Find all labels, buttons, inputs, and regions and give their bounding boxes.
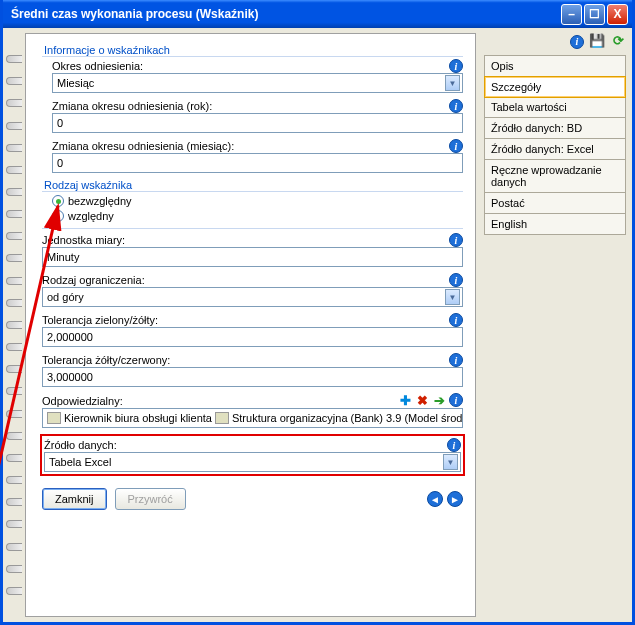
info-icon[interactable]: i bbox=[449, 313, 463, 327]
tolerance-yr-label: Tolerancja żółty/czerwony: bbox=[42, 354, 449, 366]
right-panel: i 💾 ⟳ Opis Szczegóły Tabela wartości Źró… bbox=[478, 28, 632, 622]
tab-zrodlo-bd[interactable]: Źródło danych: BD bbox=[485, 118, 625, 139]
nav-prev-button[interactable]: ◄ bbox=[427, 491, 443, 507]
tab-zrodlo-excel[interactable]: Źródło danych: Excel bbox=[485, 139, 625, 160]
constraint-label: Rodzaj ograniczenia: bbox=[42, 274, 449, 286]
radio-icon bbox=[52, 210, 64, 222]
highlight-annotation: Źródło danych: i Tabela Excel ▼ bbox=[40, 434, 465, 476]
offset-year-label: Zmiana okresu odniesienia (rok): bbox=[52, 100, 449, 112]
org-icon bbox=[215, 412, 229, 424]
constraint-select[interactable]: od góry ▼ bbox=[42, 287, 463, 307]
chevron-down-icon: ▼ bbox=[443, 454, 458, 470]
info-icon[interactable]: i bbox=[449, 99, 463, 113]
offset-month-label: Zmiana okresu odniesienia (miesiąc): bbox=[52, 140, 449, 152]
ref-period-select[interactable]: Miesiąc ▼ bbox=[52, 73, 463, 93]
data-source-label: Źródło danych: bbox=[44, 439, 447, 451]
info-icon[interactable]: i bbox=[447, 438, 461, 452]
right-tabs: Opis Szczegóły Tabela wartości Źródło da… bbox=[484, 55, 626, 235]
data-source-select[interactable]: Tabela Excel ▼ bbox=[44, 452, 461, 472]
radio-icon bbox=[52, 195, 64, 207]
info-icon[interactable]: i bbox=[449, 59, 463, 73]
tab-opis[interactable]: Opis bbox=[485, 56, 625, 77]
offset-month-input[interactable]: 0 bbox=[52, 153, 463, 173]
window-title: Średni czas wykonania procesu (Wskaźnik) bbox=[11, 7, 559, 21]
window-maximize-button[interactable]: ☐ bbox=[584, 4, 605, 25]
add-icon[interactable]: ✚ bbox=[398, 393, 413, 408]
info-icon[interactable]: i bbox=[449, 353, 463, 367]
ref-period-label: Okres odniesienia: bbox=[52, 60, 449, 72]
tolerance-gy-label: Tolerancja zielony/żółty: bbox=[42, 314, 449, 326]
goto-icon[interactable]: ➔ bbox=[432, 393, 447, 408]
titlebar: Średni czas wykonania procesu (Wskaźnik)… bbox=[3, 0, 632, 28]
chevron-down-icon: ▼ bbox=[445, 289, 460, 305]
tab-postac[interactable]: Postać bbox=[485, 193, 625, 214]
info-icon[interactable]: i bbox=[449, 139, 463, 153]
offset-year-input[interactable]: 0 bbox=[52, 113, 463, 133]
unit-input[interactable]: Minuty bbox=[42, 247, 463, 267]
tab-szczegoly[interactable]: Szczegóły bbox=[484, 76, 626, 98]
responsible-value[interactable]: Kierownik biura obsługi klienta Struktur… bbox=[42, 408, 463, 428]
save-icon[interactable]: 💾 bbox=[590, 33, 605, 48]
section-info-label: Informacje o wskaźnikach bbox=[42, 44, 463, 57]
window-close-button[interactable]: X bbox=[607, 4, 628, 25]
tab-english[interactable]: English bbox=[485, 214, 625, 234]
tolerance-gy-input[interactable]: 2,000000 bbox=[42, 327, 463, 347]
radio-absolute[interactable]: bezwzględny bbox=[42, 195, 463, 207]
unit-label: Jednostka miary: bbox=[42, 234, 449, 246]
radio-relative[interactable]: względny bbox=[42, 210, 463, 222]
responsible-label: Odpowiedzialny: bbox=[42, 395, 398, 407]
info-icon[interactable]: i bbox=[449, 233, 463, 247]
main-form: Informacje o wskaźnikach Okres odniesien… bbox=[25, 33, 476, 617]
info-icon[interactable]: i bbox=[570, 35, 584, 49]
tab-reczne-wprowadzanie[interactable]: Ręczne wprowadzanie danych bbox=[485, 160, 625, 193]
section-type-label: Rodzaj wskaźnika bbox=[42, 179, 463, 192]
person-icon bbox=[47, 412, 61, 424]
chevron-down-icon: ▼ bbox=[445, 75, 460, 91]
nav-next-button[interactable]: ► bbox=[447, 491, 463, 507]
spiral-binding bbox=[3, 28, 25, 622]
info-icon[interactable]: i bbox=[449, 273, 463, 287]
tolerance-yr-input[interactable]: 3,000000 bbox=[42, 367, 463, 387]
info-icon[interactable]: i bbox=[449, 393, 463, 407]
close-button[interactable]: Zamknij bbox=[42, 488, 107, 510]
tab-tabela-wartosci[interactable]: Tabela wartości bbox=[485, 97, 625, 118]
remove-icon[interactable]: ✖ bbox=[415, 393, 430, 408]
window-minimize-button[interactable]: – bbox=[561, 4, 582, 25]
refresh-icon[interactable]: ⟳ bbox=[611, 33, 626, 48]
restore-button[interactable]: Przywróć bbox=[115, 488, 186, 510]
